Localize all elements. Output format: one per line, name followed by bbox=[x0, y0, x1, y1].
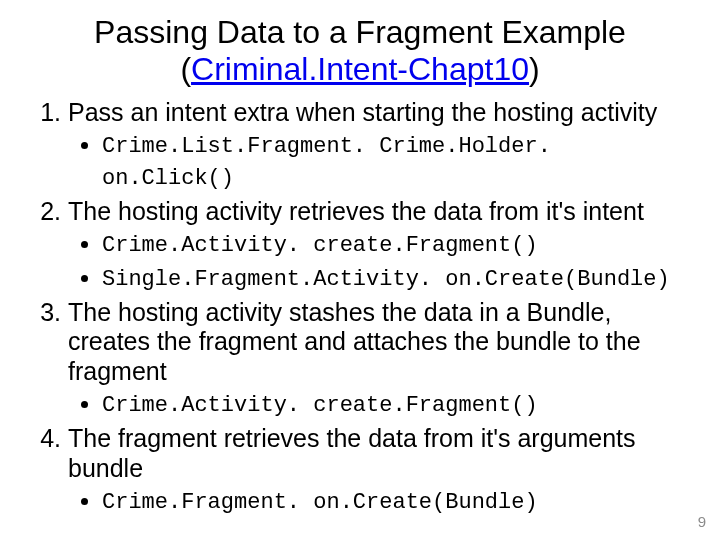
code-text: Crime.Fragment. on.Create(Bundle) bbox=[102, 490, 538, 515]
list-item: Pass an intent extra when starting the h… bbox=[68, 98, 692, 193]
list-item: The fragment retrieves the data from it'… bbox=[68, 424, 692, 517]
sub-list: Crime.List.Fragment. Crime.Holder. on.Cl… bbox=[68, 129, 692, 193]
list-item-text: Pass an intent extra when starting the h… bbox=[68, 98, 657, 126]
sub-list: Crime.Activity. create.Fragment() bbox=[68, 388, 692, 420]
sub-item: Crime.Activity. create.Fragment() bbox=[102, 228, 692, 260]
slide-title: Passing Data to a Fragment Example (Crim… bbox=[28, 14, 692, 88]
sub-item: Crime.List.Fragment. Crime.Holder. on.Cl… bbox=[102, 129, 692, 193]
sub-list: Crime.Activity. create.Fragment() Single… bbox=[68, 228, 692, 294]
title-paren-open: ( bbox=[180, 51, 191, 87]
list-item-text: The fragment retrieves the data from it'… bbox=[68, 424, 636, 482]
list-item-text: The hosting activity stashes the data in… bbox=[68, 298, 641, 385]
code-text: Crime.Activity. create.Fragment() bbox=[102, 233, 538, 258]
code-text: Crime.Activity. create.Fragment() bbox=[102, 393, 538, 418]
list-item: The hosting activity retrieves the data … bbox=[68, 197, 692, 294]
title-paren-close: ) bbox=[529, 51, 540, 87]
list-item-text: The hosting activity retrieves the data … bbox=[68, 197, 644, 225]
page-number: 9 bbox=[698, 513, 706, 530]
sub-list: Crime.Fragment. on.Create(Bundle) bbox=[68, 485, 692, 517]
title-line1: Passing Data to a Fragment Example bbox=[94, 14, 626, 50]
sub-item: Crime.Activity. create.Fragment() bbox=[102, 388, 692, 420]
sub-item: Single.Fragment.Activity. on.Create(Bund… bbox=[102, 262, 692, 294]
slide: Passing Data to a Fragment Example (Crim… bbox=[0, 0, 720, 540]
list-item: The hosting activity stashes the data in… bbox=[68, 298, 692, 420]
code-text: Single.Fragment.Activity. on.Create(Bund… bbox=[102, 267, 670, 292]
code-text: Crime.List.Fragment. Crime.Holder. on.Cl… bbox=[102, 134, 551, 191]
ordered-list: Pass an intent extra when starting the h… bbox=[28, 98, 692, 517]
sub-item: Crime.Fragment. on.Create(Bundle) bbox=[102, 485, 692, 517]
title-link[interactable]: Criminal.Intent-Chapt10 bbox=[191, 51, 529, 87]
